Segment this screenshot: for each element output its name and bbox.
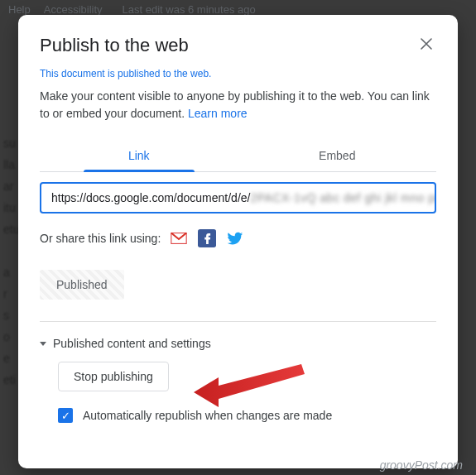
published-content-settings-toggle[interactable]: Published content and settings xyxy=(40,337,436,350)
twitter-icon[interactable] xyxy=(225,228,245,248)
publish-status-text: This document is published to the web. xyxy=(40,68,436,79)
gmail-icon[interactable] xyxy=(169,228,189,248)
bg-last-edit: Last edit was 6 minutes ago xyxy=(123,3,256,16)
close-button[interactable] xyxy=(416,35,436,55)
settings-header-label: Published content and settings xyxy=(53,337,211,350)
caret-down-icon xyxy=(40,342,46,346)
close-icon xyxy=(420,37,433,50)
section-divider xyxy=(40,321,436,322)
watermark: groovyPost.com xyxy=(380,458,463,472)
auto-republish-label: Automatically republish when changes are… xyxy=(83,409,332,422)
dialog-description: Make your content visible to anyone by p… xyxy=(40,88,436,122)
facebook-icon[interactable] xyxy=(197,228,217,248)
share-label: Or share this link using: xyxy=(40,232,161,245)
annotation-arrow xyxy=(194,361,318,410)
bg-menu-accessibility: Accessibility xyxy=(44,3,103,16)
publish-to-web-dialog: Publish to the web This document is publ… xyxy=(18,15,458,468)
url-visible-part: https://docs.google.com/document/d/e/ xyxy=(51,191,250,204)
check-icon: ✓ xyxy=(61,410,70,421)
background-menu: Help Accessibility Last edit was 6 minut… xyxy=(0,3,476,16)
bg-menu-help: Help xyxy=(8,3,31,16)
tab-embed[interactable]: Embed xyxy=(238,141,437,172)
svg-marker-2 xyxy=(194,364,305,407)
published-status-badge: Published xyxy=(40,270,124,300)
auto-republish-checkbox[interactable]: ✓ xyxy=(58,408,73,423)
stop-publishing-button[interactable]: Stop publishing xyxy=(58,362,169,391)
tab-bar: Link Embed xyxy=(40,141,436,172)
dialog-title: Publish to the web xyxy=(40,35,189,56)
published-url-input[interactable]: https://docs.google.com/document/d/e/2PA… xyxy=(40,182,436,214)
tab-link[interactable]: Link xyxy=(40,141,238,172)
url-obscured-part: 2PACX-1vQ abc def ghi jkl mno pqr xyxy=(250,191,436,204)
background-doc-text: su lla ar itu etu a r s o e eti xyxy=(3,132,19,391)
learn-more-link[interactable]: Learn more xyxy=(188,107,248,120)
